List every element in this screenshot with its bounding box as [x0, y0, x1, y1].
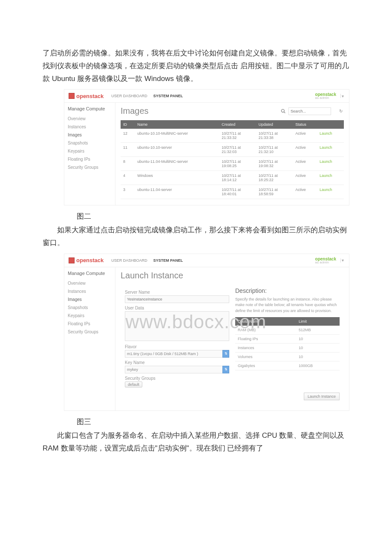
- page-title: Images: [121, 106, 149, 116]
- topbar: openstack USER DASHBOARD SYSTEM PANEL op…: [64, 254, 349, 267]
- select-stepper-icon[interactable]: ⇅: [222, 350, 229, 358]
- sidebar-item-instances[interactable]: Instances: [68, 287, 112, 295]
- cell-updated: 10/27/11 at18:25:22: [256, 171, 293, 185]
- sidebar-item-security-groups[interactable]: Security Groups: [68, 163, 112, 171]
- body-paragraph-1: 了启动所必需的镜像。如果没有，我将在后文中讨论如何创建自定义镜像。要想启动镜像，…: [43, 47, 349, 85]
- brand: openstack: [69, 93, 104, 99]
- table-row: 12ubuntu-10.10-MultiNIC-server10/27/11 a…: [121, 129, 344, 143]
- launch-link[interactable]: Launch: [320, 145, 332, 150]
- cell-created: 10/27/11 at18:40:01: [219, 185, 256, 199]
- svg-point-0: [281, 110, 284, 113]
- chevron-down-icon[interactable]: ▾: [340, 94, 345, 98]
- sidebar-item-snapshots[interactable]: Snapshots: [68, 139, 112, 147]
- col-id[interactable]: ID: [121, 120, 135, 129]
- col-name[interactable]: Name: [135, 120, 219, 129]
- sidebar-item-images[interactable]: Images: [68, 131, 112, 139]
- cell-status: Active: [293, 157, 317, 171]
- refresh-icon[interactable]: ↻: [338, 108, 344, 114]
- cell-status: Active: [293, 129, 317, 143]
- cell-quota-name: Gigabytes: [235, 361, 296, 370]
- main-images: Images ↻ ID Name Created Updated: [115, 103, 349, 205]
- cell-quota-name: RAM (MB): [235, 326, 296, 335]
- screenshot-images-panel: openstack USER DASHBOARD SYSTEM PANEL op…: [64, 89, 349, 205]
- user-data-textarea[interactable]: [125, 311, 229, 341]
- org-switcher[interactable]: openstack as admin ▾: [315, 92, 345, 100]
- cell-created: 10/27/11 at21:32:03: [219, 143, 256, 157]
- cell-limit: 10: [296, 344, 340, 353]
- description-heading: Description:: [235, 287, 340, 294]
- col-created[interactable]: Created: [219, 120, 256, 129]
- flavor-select[interactable]: [125, 350, 229, 358]
- cell-created: 10/27/11 at18:14:12: [219, 171, 256, 185]
- sidebar: Manage Compute OverviewInstancesImagesSn…: [64, 103, 115, 205]
- cell-status: Active: [293, 185, 317, 199]
- cell-quota-name: Volumes: [235, 353, 296, 361]
- sidebar-item-keypairs[interactable]: Keypairs: [68, 147, 112, 155]
- sidebar-title: Manage Compute: [68, 106, 112, 111]
- launch-link[interactable]: Launch: [320, 131, 332, 136]
- sidebar-item-floating-ips[interactable]: Floating IPs: [68, 320, 112, 328]
- launch-instance-button[interactable]: Launch Instance: [304, 393, 340, 400]
- cell-status: Active: [293, 143, 317, 157]
- table-row: 11ubuntu-10.10-server10/27/11 at21:32:03…: [121, 143, 344, 157]
- launch-link[interactable]: Launch: [320, 159, 332, 164]
- label-key-name: Key Name: [125, 360, 229, 365]
- nav-system-panel[interactable]: SYSTEM PANEL: [153, 94, 183, 98]
- cell-status: Active: [293, 171, 317, 185]
- cell-created: 10/27/11 at21:33:32: [219, 129, 256, 143]
- sidebar-item-images[interactable]: Images: [68, 295, 112, 304]
- top-nav: USER DASHBOARD SYSTEM PANEL: [111, 94, 183, 98]
- org-switcher[interactable]: openstack as admin ▾: [315, 257, 345, 264]
- sidebar-item-instances[interactable]: Instances: [68, 123, 112, 131]
- cell-name: Windows: [135, 171, 219, 185]
- label-security-groups: Security Groups: [125, 376, 229, 381]
- chevron-down-icon[interactable]: ▾: [340, 258, 345, 263]
- brand-name: openstack: [76, 93, 104, 99]
- cell-quota-name: Instances: [235, 344, 296, 353]
- table-row: Gigabytes1000GB: [235, 361, 340, 370]
- sidebar-item-security-groups[interactable]: Security Groups: [68, 328, 112, 336]
- sidebar-title: Manage Compute: [68, 271, 112, 276]
- cell-limit: 10: [296, 353, 340, 361]
- col-updated[interactable]: Updated: [256, 120, 293, 129]
- cell-limit: 1000GB: [296, 361, 340, 370]
- sidebar-item-overview[interactable]: Overview: [68, 115, 112, 123]
- sidebar: Manage Compute OverviewInstancesImagesSn…: [64, 267, 115, 410]
- table-row: 3ubuntu-11.04-server10/27/11 at18:40:011…: [121, 185, 344, 199]
- select-stepper-icon[interactable]: ⇅: [222, 366, 229, 373]
- table-row: Floating IPs10: [235, 335, 340, 344]
- key-name-select[interactable]: [125, 366, 229, 373]
- launch-link[interactable]: Launch: [320, 173, 332, 178]
- table-row: Volumes10: [235, 353, 340, 361]
- sidebar-item-keypairs[interactable]: Keypairs: [68, 312, 112, 320]
- nav-system-panel[interactable]: SYSTEM PANEL: [153, 258, 183, 263]
- nav-user-dashboard[interactable]: USER DASHBOARD: [111, 94, 147, 98]
- launch-link[interactable]: Launch: [320, 188, 332, 192]
- nav-user-dashboard[interactable]: USER DASHBOARD: [111, 258, 147, 263]
- search-icon[interactable]: [280, 108, 286, 114]
- page-title: Launch Instance: [121, 271, 183, 280]
- brand: openstack: [69, 257, 104, 263]
- body-paragraph-2: 如果大家通过点击启动按钮完成镜像启动工作，那么接下来将会看到如图三所示的启动实例…: [43, 224, 349, 249]
- main-launch: Launch Instance Server Name User Data Fl…: [115, 267, 349, 410]
- server-name-input[interactable]: [125, 295, 229, 303]
- col-quota-name: Quota Name: [235, 317, 296, 326]
- col-limit: Limit: [296, 317, 340, 326]
- sidebar-item-snapshots[interactable]: Snapshots: [68, 304, 112, 312]
- security-group-tag[interactable]: default: [125, 382, 142, 387]
- body-paragraph-3: 此窗口包含了为服务器命名、在启动中插入某些用户数据、选择 CPU 数量、硬盘空间…: [43, 429, 349, 455]
- images-table: ID Name Created Updated Status 12ubuntu-…: [121, 120, 344, 199]
- col-status[interactable]: Status: [293, 120, 317, 129]
- figure-3-caption: 图三: [77, 417, 349, 427]
- cell-updated: 10/27/11 at21:33:38: [256, 129, 293, 143]
- cell-id: 3: [121, 185, 135, 199]
- search-input[interactable]: [288, 107, 331, 115]
- cell-id: 8: [121, 157, 135, 171]
- brand-logo-icon: [69, 93, 75, 99]
- label-server-name: Server Name: [125, 290, 229, 295]
- cell-name: ubuntu-11.04-server: [135, 185, 219, 199]
- cell-quota-name: Floating IPs: [235, 335, 296, 344]
- sidebar-item-overview[interactable]: Overview: [68, 279, 112, 287]
- sidebar-item-floating-ips[interactable]: Floating IPs: [68, 155, 112, 163]
- svg-line-1: [284, 112, 285, 113]
